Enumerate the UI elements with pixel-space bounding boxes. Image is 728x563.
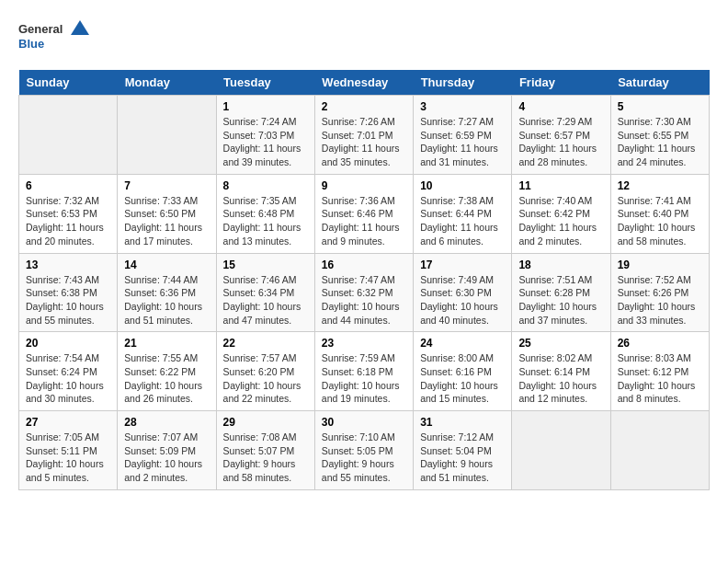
calendar-cell: 10Sunrise: 7:38 AMSunset: 6:44 PMDayligh…	[414, 174, 512, 253]
logo: General Blue	[18, 18, 92, 55]
calendar-table: SundayMondayTuesdayWednesdayThursdayFrid…	[18, 70, 710, 490]
calendar-cell: 20Sunrise: 7:54 AMSunset: 6:24 PMDayligh…	[19, 332, 118, 411]
calendar-cell: 23Sunrise: 7:59 AMSunset: 6:18 PMDayligh…	[314, 332, 413, 411]
day-info: Sunrise: 7:47 AMSunset: 6:32 PMDaylight:…	[322, 273, 406, 327]
calendar-cell: 18Sunrise: 7:51 AMSunset: 6:28 PMDayligh…	[512, 253, 610, 332]
calendar-cell: 1Sunrise: 7:24 AMSunset: 7:03 PMDaylight…	[216, 96, 314, 175]
calendar-cell: 24Sunrise: 8:00 AMSunset: 6:16 PMDayligh…	[414, 332, 512, 411]
svg-text:General: General	[18, 22, 63, 36]
calendar-cell: 29Sunrise: 7:08 AMSunset: 5:07 PMDayligh…	[216, 411, 314, 490]
calendar-cell: 30Sunrise: 7:10 AMSunset: 5:05 PMDayligh…	[314, 411, 413, 490]
day-number: 21	[124, 337, 209, 350]
day-info: Sunrise: 8:00 AMSunset: 6:16 PMDaylight:…	[420, 351, 505, 406]
day-info: Sunrise: 7:46 AMSunset: 6:34 PMDaylight:…	[223, 273, 308, 327]
calendar-week-row: 6Sunrise: 7:32 AMSunset: 6:53 PMDaylight…	[19, 174, 710, 253]
day-info: Sunrise: 8:03 AMSunset: 6:12 PMDaylight:…	[618, 351, 702, 406]
day-info: Sunrise: 7:38 AMSunset: 6:44 PMDaylight:…	[420, 194, 505, 248]
day-number: 16	[322, 259, 406, 271]
day-info: Sunrise: 7:51 AMSunset: 6:28 PMDaylight:…	[518, 273, 603, 327]
calendar-cell: 3Sunrise: 7:27 AMSunset: 6:59 PMDaylight…	[414, 96, 512, 175]
day-number: 13	[26, 259, 110, 271]
calendar-cell: 2Sunrise: 7:26 AMSunset: 7:01 PMDaylight…	[314, 96, 413, 175]
day-number: 12	[618, 179, 702, 192]
day-number: 18	[518, 259, 603, 271]
day-number: 8	[223, 179, 308, 192]
day-number: 31	[420, 416, 505, 429]
day-number: 26	[618, 337, 702, 350]
svg-marker-2	[71, 20, 89, 35]
day-number: 25	[518, 337, 603, 350]
day-number: 2	[322, 100, 406, 113]
calendar-cell	[610, 411, 709, 490]
calendar-cell: 25Sunrise: 8:02 AMSunset: 6:14 PMDayligh…	[512, 332, 610, 411]
day-number: 23	[322, 337, 406, 350]
calendar-cell: 27Sunrise: 7:05 AMSunset: 5:11 PMDayligh…	[19, 411, 118, 490]
calendar-cell: 4Sunrise: 7:29 AMSunset: 6:57 PMDaylight…	[512, 96, 610, 175]
calendar-cell: 9Sunrise: 7:36 AMSunset: 6:46 PMDaylight…	[314, 174, 413, 253]
day-info: Sunrise: 8:02 AMSunset: 6:14 PMDaylight:…	[518, 351, 603, 406]
calendar-cell: 21Sunrise: 7:55 AMSunset: 6:22 PMDayligh…	[118, 332, 216, 411]
day-number: 1	[223, 100, 308, 113]
calendar-cell: 17Sunrise: 7:49 AMSunset: 6:30 PMDayligh…	[414, 253, 512, 332]
day-info: Sunrise: 7:33 AMSunset: 6:50 PMDaylight:…	[124, 194, 209, 248]
calendar-cell: 28Sunrise: 7:07 AMSunset: 5:09 PMDayligh…	[118, 411, 216, 490]
day-info: Sunrise: 7:57 AMSunset: 6:20 PMDaylight:…	[223, 351, 308, 406]
calendar-cell: 19Sunrise: 7:52 AMSunset: 6:26 PMDayligh…	[610, 253, 709, 332]
calendar-cell: 5Sunrise: 7:30 AMSunset: 6:55 PMDaylight…	[610, 96, 709, 175]
calendar-cell: 16Sunrise: 7:47 AMSunset: 6:32 PMDayligh…	[314, 253, 413, 332]
calendar-body: 1Sunrise: 7:24 AMSunset: 7:03 PMDaylight…	[19, 96, 710, 490]
day-number: 15	[223, 259, 308, 271]
calendar-cell	[118, 96, 216, 175]
weekday-header-tuesday: Tuesday	[216, 70, 314, 96]
day-number: 10	[420, 179, 505, 192]
day-number: 19	[618, 259, 702, 271]
day-number: 11	[518, 179, 603, 192]
day-number: 29	[223, 416, 308, 429]
day-info: Sunrise: 7:36 AMSunset: 6:46 PMDaylight:…	[322, 194, 406, 248]
weekday-header-friday: Friday	[512, 70, 610, 96]
calendar-cell: 22Sunrise: 7:57 AMSunset: 6:20 PMDayligh…	[216, 332, 314, 411]
day-number: 20	[26, 337, 110, 350]
day-info: Sunrise: 7:59 AMSunset: 6:18 PMDaylight:…	[322, 351, 406, 406]
day-info: Sunrise: 7:43 AMSunset: 6:38 PMDaylight:…	[26, 273, 110, 327]
day-number: 7	[124, 179, 209, 192]
weekday-header-thursday: Thursday	[414, 70, 512, 96]
calendar-cell	[512, 411, 610, 490]
day-number: 30	[322, 416, 406, 429]
day-info: Sunrise: 7:30 AMSunset: 6:55 PMDaylight:…	[618, 115, 702, 169]
day-info: Sunrise: 7:10 AMSunset: 5:05 PMDaylight:…	[322, 431, 406, 485]
calendar-cell: 8Sunrise: 7:35 AMSunset: 6:48 PMDaylight…	[216, 174, 314, 253]
day-info: Sunrise: 7:41 AMSunset: 6:40 PMDaylight:…	[618, 194, 702, 248]
day-number: 6	[26, 179, 110, 192]
day-number: 28	[124, 416, 209, 429]
calendar-week-row: 1Sunrise: 7:24 AMSunset: 7:03 PMDaylight…	[19, 96, 710, 175]
weekday-header-row: SundayMondayTuesdayWednesdayThursdayFrid…	[19, 70, 710, 96]
calendar-header: SundayMondayTuesdayWednesdayThursdayFrid…	[19, 70, 710, 96]
day-number: 22	[223, 337, 308, 350]
day-info: Sunrise: 7:55 AMSunset: 6:22 PMDaylight:…	[124, 351, 209, 406]
day-info: Sunrise: 7:07 AMSunset: 5:09 PMDaylight:…	[124, 431, 209, 485]
page-header: General Blue	[18, 18, 710, 55]
calendar-cell	[19, 96, 118, 175]
day-info: Sunrise: 7:24 AMSunset: 7:03 PMDaylight:…	[223, 115, 308, 169]
calendar-cell: 12Sunrise: 7:41 AMSunset: 6:40 PMDayligh…	[610, 174, 709, 253]
calendar-week-row: 27Sunrise: 7:05 AMSunset: 5:11 PMDayligh…	[19, 411, 710, 490]
day-info: Sunrise: 7:08 AMSunset: 5:07 PMDaylight:…	[223, 431, 308, 485]
day-info: Sunrise: 7:26 AMSunset: 7:01 PMDaylight:…	[322, 115, 406, 169]
calendar-cell: 14Sunrise: 7:44 AMSunset: 6:36 PMDayligh…	[118, 253, 216, 332]
calendar-cell: 11Sunrise: 7:40 AMSunset: 6:42 PMDayligh…	[512, 174, 610, 253]
day-info: Sunrise: 7:05 AMSunset: 5:11 PMDaylight:…	[26, 431, 110, 485]
day-info: Sunrise: 7:35 AMSunset: 6:48 PMDaylight:…	[223, 194, 308, 248]
weekday-header-wednesday: Wednesday	[314, 70, 413, 96]
day-info: Sunrise: 7:29 AMSunset: 6:57 PMDaylight:…	[518, 115, 603, 169]
day-number: 4	[518, 100, 603, 113]
day-number: 9	[322, 179, 406, 192]
day-info: Sunrise: 7:54 AMSunset: 6:24 PMDaylight:…	[26, 351, 110, 406]
day-number: 3	[420, 100, 505, 113]
day-number: 14	[124, 259, 209, 271]
svg-text:Blue: Blue	[18, 37, 44, 51]
calendar-cell: 6Sunrise: 7:32 AMSunset: 6:53 PMDaylight…	[19, 174, 118, 253]
day-info: Sunrise: 7:40 AMSunset: 6:42 PMDaylight:…	[518, 194, 603, 248]
day-info: Sunrise: 7:49 AMSunset: 6:30 PMDaylight:…	[420, 273, 505, 327]
calendar-cell: 15Sunrise: 7:46 AMSunset: 6:34 PMDayligh…	[216, 253, 314, 332]
